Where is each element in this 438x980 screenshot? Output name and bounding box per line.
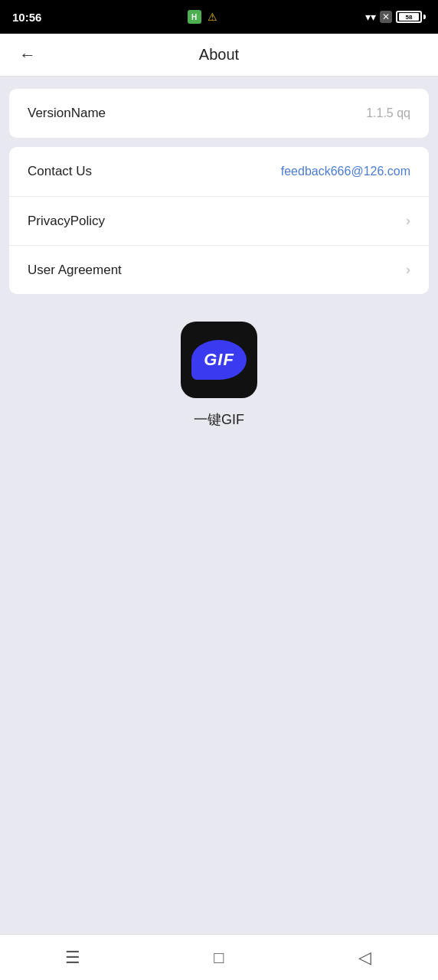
logo-section: GIF 一键GIF [9,322,429,429]
back-arrow-icon: ← [19,45,36,65]
status-icons: H ⚠ [188,10,220,24]
agreement-label: User Agreement [28,263,122,278]
agreement-chevron-icon: › [406,262,410,278]
status-right: ▾▾ ✕ 58 [365,11,426,23]
status-time: 10:56 [12,11,41,24]
sim-icon: H [188,10,201,24]
battery-container: 58 [396,11,426,23]
warning-icon: ⚠ [206,10,220,24]
battery-box: 58 [396,11,422,23]
privacy-label: PrivacyPolicy [28,214,105,229]
app-name: 一键GIF [194,410,244,429]
back-nav-button[interactable]: ◁ [342,941,388,975]
page-title: About [199,46,239,64]
home-button[interactable]: □ [196,941,242,975]
gif-text: GIF [204,350,234,370]
version-card: VersionName 1.1.5 qq [9,89,429,138]
version-row: VersionName 1.1.5 qq [9,89,429,138]
contact-row[interactable]: Contact Us feedback666@126.com [9,147,429,196]
menu-icon: ☰ [65,948,80,968]
contact-value[interactable]: feedback666@126.com [281,165,410,178]
privacy-chevron-icon: › [406,213,410,229]
bottom-nav: ☰ □ ◁ [0,934,438,980]
version-label: VersionName [28,106,106,121]
battery-fill: 58 [399,13,419,21]
wifi-icon: ▾▾ [365,11,376,23]
status-bar: 10:56 H ⚠ ▾▾ ✕ 58 [0,0,438,34]
home-icon: □ [214,948,224,968]
content-area: VersionName 1.1.5 qq Contact Us feedback… [0,77,438,934]
privacy-row[interactable]: PrivacyPolicy › [9,196,429,245]
app-bar: ← About [0,34,438,77]
info-card: Contact Us feedback666@126.com PrivacyPo… [9,147,429,294]
battery-tip [423,15,426,19]
version-value: 1.1.5 qq [366,106,410,120]
menu-button[interactable]: ☰ [50,941,96,975]
back-button[interactable]: ← [12,40,43,70]
gif-bubble: GIF [191,340,247,380]
back-nav-icon: ◁ [358,948,371,968]
contact-label: Contact Us [28,164,92,179]
agreement-row[interactable]: User Agreement › [9,245,429,294]
app-icon: GIF [181,322,257,398]
x-icon: ✕ [380,11,392,23]
